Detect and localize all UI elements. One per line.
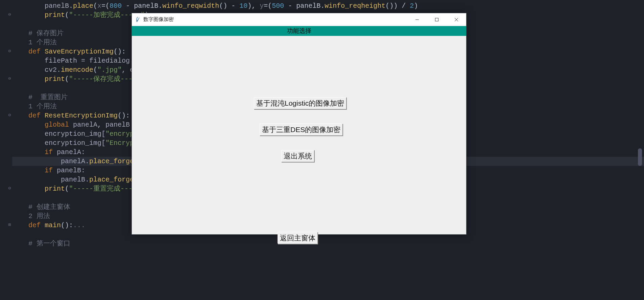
back-main-button[interactable]: 返回主窗体: [278, 232, 318, 244]
logistic-button-label: 基于混沌Logistic的图像加密: [256, 99, 344, 107]
dialog-body: 基于混沌Logistic的图像加密 基于三重DES的图像加密 退出系统 返回主窗…: [132, 36, 466, 234]
code-token: place: [73, 1, 93, 10]
code-token: cv2.: [45, 65, 61, 74]
logistic-encrypt-button[interactable]: 基于混沌Logistic的图像加密: [254, 98, 347, 110]
code-token: filePath = filedialog.: [45, 56, 134, 65]
code-token: ():: [61, 221, 73, 230]
exit-button-label: 退出系统: [284, 152, 312, 160]
code-token: ResetEncryptionImg: [45, 111, 118, 120]
dialog-title: 数字图像加密: [143, 16, 174, 23]
exit-system-button[interactable]: 退出系统: [282, 150, 315, 163]
code-token: imencode: [61, 65, 93, 74]
fold-gutter-icon[interactable]: ⊞: [8, 222, 11, 228]
code-token: 2 用法: [28, 212, 50, 221]
svg-line-2: [455, 18, 458, 21]
code-token: # 保存图片: [28, 29, 64, 38]
code-token: ),: [247, 1, 260, 10]
des-encrypt-button[interactable]: 基于三重DES的图像加密: [260, 124, 343, 136]
code-token: ():: [114, 47, 126, 56]
code-line[interactable]: panelB.place(x=(800 - panelB.winfo_reqwi…: [12, 1, 644, 10]
code-token: panelB: [105, 120, 130, 129]
code-token: encryption_img[: [45, 129, 105, 138]
scrollbar-thumb[interactable]: [638, 148, 642, 166]
code-token: winfo_reqheight: [325, 1, 385, 10]
code-token: =(: [101, 1, 110, 10]
code-token: (: [93, 1, 97, 10]
code-token: SaveEncryptionImg: [45, 47, 114, 56]
des-button-label: 基于三重DES的图像加密: [262, 126, 340, 133]
fold-gutter-icon[interactable]: ⊖: [8, 12, 11, 18]
code-token: .: [69, 1, 73, 10]
code-token: (: [65, 74, 69, 84]
svg-rect-1: [435, 18, 438, 21]
code-token: panelB: [45, 1, 69, 10]
code-token: # 重置图片: [28, 93, 68, 102]
code-token: () -: [219, 1, 239, 10]
svg-line-3: [455, 18, 458, 21]
code-token: if: [45, 166, 57, 175]
fold-gutter-icon[interactable]: ⊖: [8, 76, 11, 82]
dialog-header-band: 功能选择: [132, 26, 466, 36]
code-token: - panelB.: [122, 1, 162, 10]
code-token: def: [28, 47, 45, 56]
code-token: 1 个用法: [28, 38, 57, 47]
code-token: if: [45, 148, 57, 157]
back-button-label: 返回主窗体: [280, 234, 315, 242]
code-token: global: [45, 120, 73, 129]
editor-scrollbar[interactable]: [638, 148, 642, 190]
code-token: (: [65, 10, 69, 20]
code-token: panelA: [73, 120, 97, 129]
close-button[interactable]: [447, 13, 466, 26]
code-token: 1 个用法: [28, 102, 57, 111]
code-token: winfo_reqwidth: [162, 1, 219, 10]
code-token: x: [97, 1, 101, 10]
code-token: 2: [410, 1, 414, 10]
code-token: ():: [118, 111, 130, 120]
code-token: place_forget: [89, 175, 138, 184]
code-token: def: [28, 221, 45, 230]
code-token: 800: [110, 1, 122, 10]
fold-gutter-icon[interactable]: ⊖: [8, 185, 11, 192]
code-token: y: [260, 1, 264, 10]
code-token: 10: [239, 1, 247, 10]
code-line[interactable]: # 第一个窗口: [12, 239, 644, 248]
code-token: ".jpg": [97, 65, 122, 74]
code-token: panelA:: [57, 148, 85, 157]
code-token: - panelB.: [284, 1, 325, 10]
code-token: panelA.: [61, 157, 89, 166]
feather-icon: [135, 16, 141, 23]
code-token: # 第一个窗口: [28, 239, 70, 248]
code-token: 500: [272, 1, 284, 10]
code-token: panelB:: [57, 166, 85, 175]
minimize-button[interactable]: [407, 13, 427, 26]
fold-gutter-icon[interactable]: ⊖: [8, 48, 11, 55]
app-dialog-window: 数字图像加密 功能选择 基于混沌Logistic的图像加密 基于三重DES的图像…: [132, 13, 467, 235]
code-token: # 创建主窗体: [28, 202, 70, 212]
code-token: encryption_img[: [45, 138, 105, 148]
window-controls: [407, 13, 466, 26]
header-label: 功能选择: [287, 27, 311, 35]
code-token: print: [45, 74, 65, 84]
code-token: =(: [264, 1, 272, 10]
code-token: ()) /: [385, 1, 410, 10]
code-token: place_forget: [89, 157, 138, 166]
code-token: (: [65, 184, 69, 193]
code-token: def: [28, 111, 45, 120]
code-token: (: [93, 65, 97, 74]
fold-gutter-icon[interactable]: ⊖: [8, 112, 11, 119]
dialog-titlebar[interactable]: 数字图像加密: [132, 13, 466, 26]
code-token: ...: [73, 221, 85, 230]
code-token: ): [414, 1, 418, 10]
code-token: main: [45, 221, 61, 230]
maximize-button[interactable]: [427, 13, 447, 26]
code-token: panelB.: [61, 175, 89, 184]
code-token: print: [45, 184, 65, 193]
code-token: print: [45, 10, 65, 20]
code-token: ,: [97, 120, 105, 129]
